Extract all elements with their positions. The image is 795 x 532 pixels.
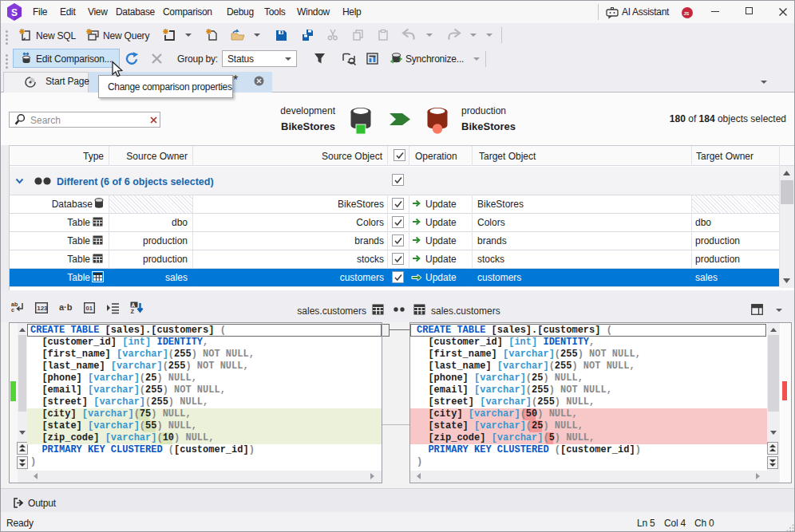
svg-text:Z: Z (131, 308, 135, 315)
svg-text:A: A (132, 302, 136, 308)
svg-text:S: S (11, 7, 18, 18)
svg-text:123: 123 (37, 305, 48, 312)
svg-text:01: 01 (86, 305, 93, 312)
svg-text:ab: ab (11, 301, 18, 307)
svg-text:c: c (11, 307, 14, 313)
